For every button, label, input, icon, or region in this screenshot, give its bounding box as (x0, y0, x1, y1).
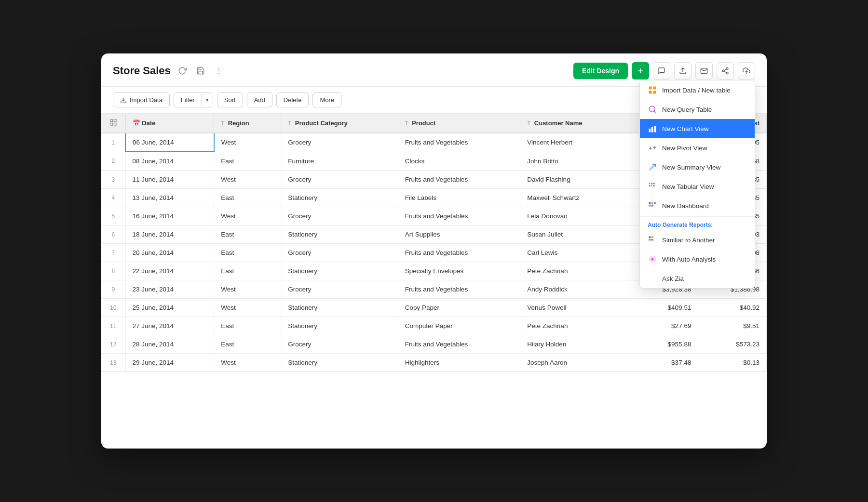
filter-button-group: Filter ▾ (174, 92, 213, 107)
svg-rect-18 (653, 87, 656, 90)
header-right: Edit Design (573, 62, 755, 79)
row-num: 5 (101, 207, 125, 225)
new-dashboard-label: New Dashboard (662, 202, 709, 210)
svg-rect-33 (649, 202, 651, 204)
menu-item-new-tabular-view[interactable]: New Tabular View (640, 177, 755, 196)
date-cell[interactable]: 29 June, 2014 (125, 354, 214, 372)
col-customer-name[interactable]: T Customer Name (520, 114, 630, 133)
svg-rect-41 (651, 239, 653, 241)
menu-item-new-summary-view[interactable]: New Summary View (640, 158, 755, 177)
sort-button[interactable]: Sort (217, 92, 243, 107)
category-cell: Grocery (281, 280, 398, 299)
category-cell: Stationery (281, 189, 398, 207)
region-cell: East (214, 225, 281, 244)
import-data-button[interactable]: Import Data (113, 92, 170, 107)
save-icon[interactable] (194, 64, 207, 78)
more-button[interactable]: More (312, 92, 341, 107)
row-num: 13 (101, 354, 125, 372)
cost-cell: $9.51 (698, 317, 767, 335)
row-num: 11 (101, 317, 125, 335)
menu-item-new-chart-view[interactable]: New Chart View (640, 119, 755, 138)
menu-item-new-pivot-view[interactable]: New Pivot View (640, 138, 755, 158)
svg-point-1 (218, 70, 219, 71)
add-button[interactable]: Add (247, 92, 272, 107)
date-cell[interactable]: 08 June, 2014 (125, 152, 214, 171)
product-cell: Clocks (398, 152, 520, 171)
menu-item-new-dashboard[interactable]: New Dashboard (640, 196, 755, 215)
svg-rect-17 (649, 87, 652, 90)
menu-item-import-data[interactable]: Import Data / New table (640, 80, 755, 100)
with-auto-analysis-label: With Auto Analysis (662, 256, 716, 263)
row-num: 10 (101, 299, 125, 317)
col-region[interactable]: T Region (214, 114, 281, 133)
svg-point-8 (726, 72, 728, 74)
category-cell: Grocery (281, 335, 398, 354)
cost-cell: $0.13 (698, 354, 767, 372)
import-data-label: Import Data / New table (662, 87, 731, 94)
date-cell[interactable]: 25 June, 2014 (125, 299, 214, 317)
date-cell[interactable]: 27 June, 2014 (125, 317, 214, 335)
upload-button[interactable] (674, 62, 692, 79)
menu-item-with-auto-analysis[interactable]: With Auto Analysis (640, 250, 755, 269)
region-cell: East (214, 152, 281, 171)
customer-cell: Venus Powell (520, 299, 630, 317)
date-cell[interactable]: 22 June, 2014 (125, 262, 214, 280)
auto-analysis-icon (648, 254, 657, 264)
region-cell: West (214, 133, 281, 152)
plus-button[interactable] (632, 62, 649, 79)
row-num: 1 (101, 133, 125, 152)
date-cell[interactable]: 16 June, 2014 (125, 207, 214, 225)
cloud-button[interactable] (738, 62, 755, 79)
customer-cell: Andy Roddick (520, 280, 630, 299)
ask-zia-icon (648, 274, 657, 283)
svg-rect-24 (651, 127, 653, 132)
filter-dropdown-button[interactable]: ▾ (202, 93, 213, 106)
date-cell[interactable]: 06 June, 2014 (125, 133, 214, 152)
date-cell[interactable]: 13 June, 2014 (125, 189, 214, 207)
customer-cell: Carl Lewis (520, 244, 630, 262)
svg-rect-20 (653, 91, 656, 94)
app-title: Store Sales (113, 65, 171, 77)
region-cell: West (214, 280, 281, 299)
table-row: 12 28 June, 2014 East Grocery Fruits and… (101, 335, 767, 354)
email-button[interactable] (695, 62, 713, 79)
date-cell[interactable]: 20 June, 2014 (125, 244, 214, 262)
date-cell[interactable]: 11 June, 2014 (125, 171, 214, 189)
region-cell: West (214, 171, 281, 189)
sales-cell: $955.88 (630, 335, 698, 354)
menu-item-ask-zia[interactable]: Ask Zia (640, 269, 755, 288)
col-date[interactable]: 📅 Date (125, 114, 214, 133)
region-cell: East (214, 189, 281, 207)
date-cell[interactable]: 18 June, 2014 (125, 225, 214, 244)
row-num-header (101, 114, 125, 133)
comment-button[interactable] (653, 62, 670, 79)
delete-button[interactable]: Delete (276, 92, 309, 107)
filter-button[interactable]: Filter (174, 93, 202, 107)
table-row: 11 27 June, 2014 East Stationery Compute… (101, 317, 767, 335)
share-button[interactable] (717, 62, 734, 79)
menu-item-similar-to-another[interactable]: Similiar to Another (640, 230, 755, 250)
svg-line-9 (724, 71, 727, 73)
svg-rect-28 (651, 183, 652, 185)
category-cell: Stationery (281, 354, 398, 372)
product-cell: Specialty Envelopes (398, 262, 520, 280)
date-cell[interactable]: 28 June, 2014 (125, 335, 214, 354)
category-cell: Stationery (281, 225, 398, 244)
sales-cell: $409.51 (630, 299, 698, 317)
row-num: 12 (101, 335, 125, 354)
more-icon[interactable] (212, 64, 226, 78)
cost-cell: $40.92 (698, 299, 767, 317)
svg-rect-35 (654, 202, 656, 204)
region-cell: West (214, 354, 281, 372)
svg-rect-27 (649, 183, 651, 185)
pivot-view-icon (648, 143, 657, 153)
col-product-category[interactable]: T Product Category (281, 114, 398, 133)
edit-design-button[interactable]: Edit Design (573, 63, 628, 79)
product-cell: File Labels (398, 189, 520, 207)
svg-rect-25 (654, 126, 656, 132)
menu-item-new-query-table[interactable]: New Query Table (640, 100, 755, 119)
product-cell: Fruits and Vegetables (398, 244, 520, 262)
refresh-icon[interactable] (176, 64, 189, 78)
col-product[interactable]: T Product (398, 114, 520, 133)
date-cell[interactable]: 23 June, 2014 (125, 280, 214, 299)
